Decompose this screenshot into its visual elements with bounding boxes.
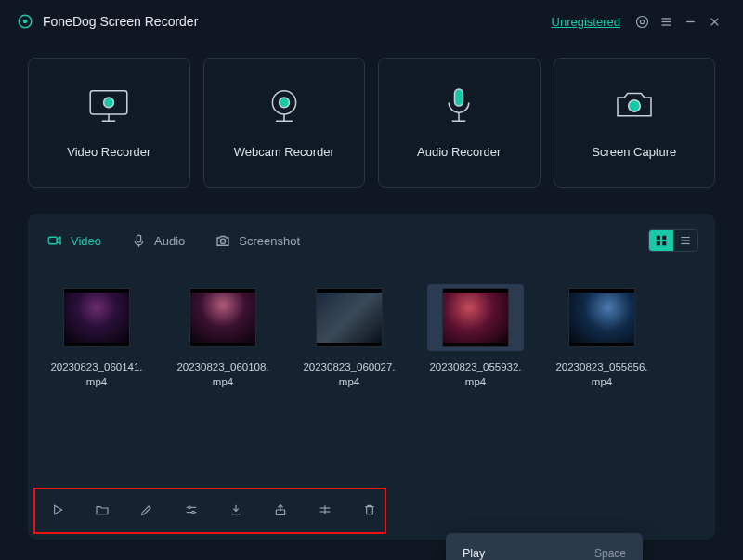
export-icon (273, 502, 288, 517)
webcam-icon (259, 87, 309, 124)
svg-point-15 (279, 98, 289, 108)
adjust-icon (184, 502, 199, 517)
list-view-button[interactable] (673, 230, 697, 251)
library-item[interactable]: 20230823_060108.mp4 (173, 284, 273, 389)
open-folder-button[interactable] (93, 501, 111, 519)
list-icon (679, 234, 692, 247)
minimize-icon[interactable] (678, 9, 702, 33)
svg-rect-27 (662, 241, 666, 245)
slice-icon (318, 502, 332, 517)
adjust-button[interactable] (182, 501, 201, 519)
menu-item-play[interactable]: Play Space (446, 540, 643, 560)
svg-point-1 (23, 20, 28, 24)
edit-button[interactable] (137, 501, 156, 519)
svg-point-19 (628, 99, 640, 111)
logo-icon (17, 13, 33, 30)
svg-point-13 (104, 98, 114, 108)
folder-icon (95, 502, 110, 517)
filename-label: 20230823_060141.mp4 (50, 360, 143, 389)
tab-label: Audio (154, 234, 185, 248)
play-button[interactable] (48, 501, 67, 519)
svg-rect-21 (137, 235, 140, 242)
svg-rect-16 (455, 89, 463, 106)
svg-rect-26 (657, 241, 660, 245)
library-item[interactable]: 20230823_060027.mp4 (299, 284, 399, 389)
monitor-record-icon (84, 87, 134, 124)
edit-icon (139, 502, 154, 517)
svg-point-23 (221, 239, 226, 243)
thumbnail-image (568, 288, 635, 347)
unregistered-link[interactable]: Unregistered (552, 15, 620, 29)
grid-view-button[interactable] (649, 230, 673, 251)
gear-icon[interactable] (630, 9, 654, 33)
filename-label: 20230823_055856.mp4 (555, 360, 648, 389)
play-icon (50, 502, 65, 517)
camera-icon (609, 87, 659, 124)
download-button[interactable] (227, 501, 245, 519)
grid-icon (655, 234, 668, 247)
tab-audio[interactable]: Audio (129, 228, 187, 254)
mode-label: Webcam Recorder (234, 145, 334, 159)
svg-point-3 (640, 20, 644, 23)
camera-small-icon (215, 232, 231, 249)
svg-rect-20 (48, 237, 57, 244)
library-item[interactable]: 20230823_055932.mp4 (425, 284, 526, 389)
library-tabs: Video Audio Screenshot (28, 223, 715, 258)
delete-button[interactable] (360, 501, 379, 519)
library-panel: Video Audio Screenshot (28, 214, 715, 540)
library-item[interactable]: 20230823_060141.mp4 (46, 284, 147, 389)
mode-video-recorder[interactable]: Video Recorder (28, 58, 190, 188)
microphone-icon (434, 87, 484, 124)
svg-point-33 (189, 506, 191, 509)
mode-audio-recorder[interactable]: Audio Recorder (378, 58, 541, 188)
thumbnail-image (442, 288, 509, 347)
view-toggle (648, 229, 698, 252)
menu-label: Play (463, 547, 485, 560)
thumbnail-image (316, 288, 383, 347)
tab-video[interactable]: Video (45, 227, 103, 254)
tab-label: Video (71, 234, 101, 248)
tab-screenshot[interactable]: Screenshot (213, 227, 302, 254)
bottom-toolbar (28, 489, 706, 530)
mode-label: Screen Capture (592, 145, 676, 159)
videocam-icon (46, 232, 63, 249)
mode-label: Video Recorder (67, 145, 150, 159)
mode-cards-row: Video Recorder Webcam Recorder (0, 43, 743, 188)
app-window: FoneDog Screen Recorder Unregistered (0, 0, 743, 560)
filename-label: 20230823_060108.mp4 (176, 360, 269, 389)
menu-icon[interactable] (654, 9, 678, 33)
app-title: FoneDog Screen Recorder (43, 14, 198, 29)
mode-label: Audio Recorder (417, 145, 501, 159)
svg-point-34 (192, 511, 195, 514)
close-icon[interactable] (702, 9, 726, 33)
filename-label: 20230823_060027.mp4 (303, 360, 396, 389)
svg-rect-24 (657, 236, 660, 240)
mode-webcam-recorder[interactable]: Webcam Recorder (203, 58, 366, 188)
tab-label: Screenshot (239, 234, 300, 248)
slice-button[interactable] (316, 501, 334, 519)
app-logo: FoneDog Screen Recorder (17, 13, 198, 30)
svg-point-2 (636, 16, 647, 27)
mode-screen-capture[interactable]: Screen Capture (554, 58, 716, 188)
filename-label: 20230823_055932.mp4 (429, 360, 522, 389)
thumbnail-image (189, 288, 256, 347)
trash-icon (362, 502, 377, 517)
thumbnail-image (63, 288, 130, 347)
library-thumbnails: 20230823_060141.mp4 20230823_060108.mp4 … (28, 258, 715, 389)
download-icon (228, 502, 243, 517)
library-item[interactable]: 20230823_055856.mp4 (552, 284, 652, 389)
menu-shortcut: Space (594, 547, 626, 560)
export-button[interactable] (271, 501, 290, 519)
mic-small-icon (131, 233, 147, 249)
titlebar: FoneDog Screen Recorder Unregistered (0, 0, 743, 43)
svg-rect-25 (662, 236, 666, 240)
context-menu: Play Space Show in Finder W Rename R Edi… (446, 533, 643, 560)
